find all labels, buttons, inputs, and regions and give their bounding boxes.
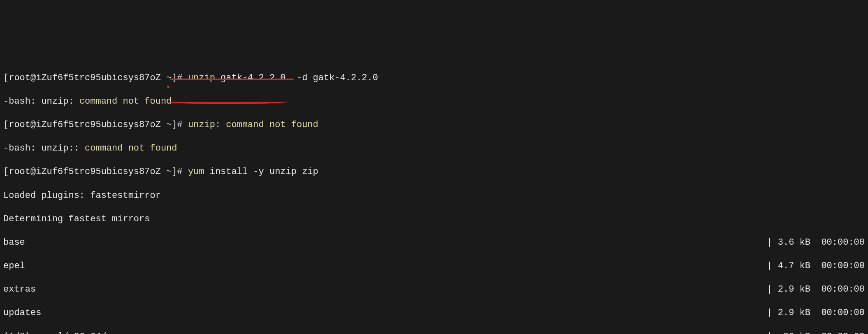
prompt-open: [ [3,73,9,83]
repo-row-3: updates| 2.9 kB 00:00:00 [3,307,865,319]
cmd1-head: unzip [188,73,215,83]
annotation-underline-icon [170,79,294,80]
repo-row-2: extras| 2.9 kB 00:00:00 [3,284,865,296]
cmd2-head: unzip: [188,120,220,130]
prompt-line-2: [root@iZuf6f5trc95ubicsys87oZ ~]# unzip:… [3,119,865,131]
loaded-plugins: Loaded plugins: fastestmirror [3,190,865,202]
repo-row-1: epel| 4.7 kB 00:00:00 [3,260,865,272]
error-line-2: -bash: unzip:: command not found [3,143,865,155]
prompt-space [161,73,166,83]
prompt-at: @ [30,73,36,83]
prompt-line-1: [root@iZuf6f5trc95ubicsys87oZ ~]# unzip … [3,72,865,84]
error-line-1: -bash: unzip: command not found [3,96,865,108]
err1-msg: command not found [79,96,172,107]
cmd3-head: yum [188,167,204,177]
terminal-output[interactable]: [root@iZuf6f5trc95ubicsys87oZ ~]# unzip … [3,49,865,334]
prompt-hash: # [177,73,182,83]
prompt-close: ] [172,73,177,83]
repo-row-4: (1/7): epel/x86_64/group_gz| 96 kB 00:00… [3,331,865,334]
repo-row-0: base| 3.6 kB 00:00:00 [3,237,865,249]
prompt-tilde: ~ [166,73,172,83]
err2-prefix: -bash: unzip:: [3,143,85,153]
err2-msg: command not found [85,143,177,153]
err1-prefix: -bash: unzip: [3,96,79,107]
prompt-user: root [9,73,30,83]
cmd1-rest: gatk-4.2.2.0. -d gatk-4.2.2.0 [215,73,378,83]
cmd2-err: command not found [226,120,318,130]
prompt-line-3: [root@iZuf6f5trc95ubicsys87oZ ~]# yum in… [3,166,865,178]
annotation-dot-icon [167,86,169,88]
prompt-host: iZuf6f5trc95ubicsys87oZ [36,73,161,83]
cmd3-rest: install -y unzip zip [204,167,318,177]
determining-mirrors: Determining fastest mirrors [3,213,865,225]
